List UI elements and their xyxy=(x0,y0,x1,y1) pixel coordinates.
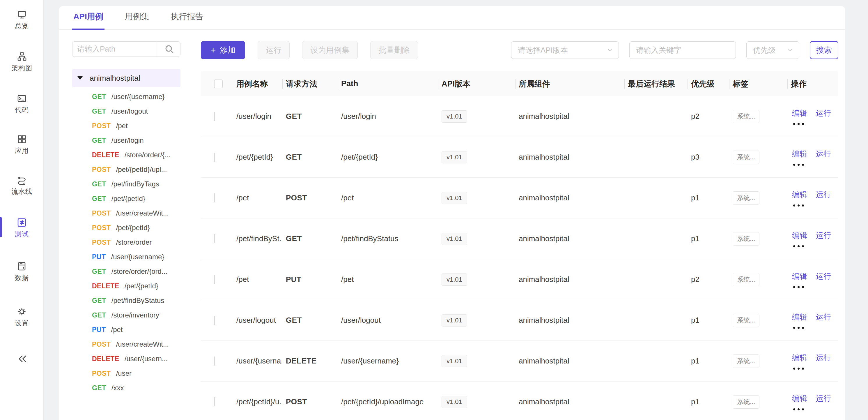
chevron-down-icon xyxy=(788,49,793,52)
run-button[interactable]: 运行 xyxy=(258,41,290,59)
sidebar-item-settings[interactable]: 设置 xyxy=(0,306,44,328)
tab-case-suites[interactable]: 用例集 xyxy=(124,11,151,30)
keyword-input[interactable] xyxy=(629,41,736,59)
api-endpoint-item[interactable]: GET /pet/findByStatus xyxy=(72,293,181,308)
http-method-badge: GET xyxy=(92,137,106,145)
edit-link[interactable]: 编辑 xyxy=(792,230,807,241)
action-links: 编辑 运行 xyxy=(792,312,838,322)
priority-cell: p1 xyxy=(687,357,729,365)
sidebar-label: 代码 xyxy=(15,106,29,115)
run-link[interactable]: 运行 xyxy=(816,353,831,363)
priority-select[interactable]: 优先级 xyxy=(746,41,799,59)
api-endpoint-item[interactable]: GET /pet/{petId} xyxy=(72,191,181,206)
edit-link[interactable]: 编辑 xyxy=(792,271,807,281)
row-checkbox[interactable] xyxy=(214,357,215,365)
path-search-input[interactable] xyxy=(72,42,158,57)
more-actions-icon[interactable] xyxy=(793,164,838,166)
select-all-checkbox[interactable] xyxy=(214,80,223,88)
sidebar-item-test[interactable]: 测试 xyxy=(0,217,44,239)
set-as-suite-button[interactable]: 设为用例集 xyxy=(302,41,358,59)
run-link[interactable]: 运行 xyxy=(816,393,831,404)
api-endpoint-item[interactable]: PUT /user/{username} xyxy=(72,250,181,264)
api-endpoint-item[interactable]: POST /user/createWit... xyxy=(72,337,181,352)
edit-link[interactable]: 编辑 xyxy=(792,393,807,404)
more-actions-icon[interactable] xyxy=(793,408,838,410)
tag-cell: 系统... xyxy=(729,314,787,327)
plus-icon: + xyxy=(211,46,216,55)
sidebar-collapse-button[interactable] xyxy=(0,353,44,365)
more-actions-icon[interactable] xyxy=(793,327,838,329)
api-endpoint-item[interactable]: DELETE /pet/{petId} xyxy=(72,279,181,293)
sidebar-item-architecture[interactable]: 架构图 xyxy=(0,51,44,72)
caret-down-icon xyxy=(78,76,83,80)
system-tag[interactable]: 系统... xyxy=(733,314,760,327)
system-tag[interactable]: 系统... xyxy=(733,151,760,164)
system-tag[interactable]: 系统... xyxy=(733,191,760,205)
row-checkbox[interactable] xyxy=(214,397,215,406)
method-cell: POST xyxy=(282,193,338,203)
edit-link[interactable]: 编辑 xyxy=(792,353,807,363)
sidebar-item-apps[interactable]: 应用 xyxy=(0,134,44,155)
edit-link[interactable]: 编辑 xyxy=(792,312,807,322)
sidebar-item-pipeline[interactable]: 流水线 xyxy=(0,175,44,196)
endpoint-path: /user/logout xyxy=(112,107,148,115)
endpoint-path: /user/login xyxy=(112,136,144,145)
api-endpoint-item[interactable]: POST /pet xyxy=(72,119,181,133)
sidebar-item-data[interactable]: 数据 xyxy=(0,261,44,282)
row-checkbox[interactable] xyxy=(214,193,215,203)
search-button[interactable]: 搜索 xyxy=(810,41,838,59)
api-version-select[interactable]: 请选择API版本 xyxy=(511,41,619,59)
api-endpoint-item[interactable]: GET /user/{username} xyxy=(72,89,181,104)
row-checkbox[interactable] xyxy=(214,234,215,243)
run-link[interactable]: 运行 xyxy=(816,108,831,118)
api-endpoint-item[interactable]: DELETE /store/order/{... xyxy=(72,148,181,162)
row-checkbox-cell xyxy=(201,275,233,284)
run-link[interactable]: 运行 xyxy=(816,312,831,322)
api-endpoint-item[interactable]: GET /pet/findByTags xyxy=(72,177,181,191)
add-case-button[interactable]: + 添加 xyxy=(201,41,245,59)
system-tag[interactable]: 系统... xyxy=(733,395,760,409)
run-link[interactable]: 运行 xyxy=(816,149,831,159)
run-link[interactable]: 运行 xyxy=(816,230,831,241)
sidebar-item-overview[interactable]: 总览 xyxy=(0,9,44,31)
endpoint-path: /user/{username} xyxy=(111,253,164,261)
api-endpoint-item[interactable]: DELETE /user/{usern... xyxy=(72,352,181,366)
api-endpoint-item[interactable]: GET /user/login xyxy=(72,133,181,148)
system-tag[interactable]: 系统... xyxy=(733,110,760,123)
more-actions-icon[interactable] xyxy=(793,286,838,288)
system-tag[interactable]: 系统... xyxy=(733,232,760,245)
api-endpoint-item[interactable]: POST /pet/{petId}/upl... xyxy=(72,162,181,177)
row-checkbox[interactable] xyxy=(214,316,215,325)
run-link[interactable]: 运行 xyxy=(816,190,831,200)
tree-search-button[interactable] xyxy=(158,42,180,57)
edit-link[interactable]: 编辑 xyxy=(792,108,807,118)
tab-api-cases[interactable]: API用例 xyxy=(72,11,104,30)
edit-link[interactable]: 编辑 xyxy=(792,149,807,159)
api-endpoint-item[interactable]: GET /user/logout xyxy=(72,104,181,119)
more-actions-icon[interactable] xyxy=(793,245,838,247)
api-endpoint-item[interactable]: POST /user xyxy=(72,366,181,381)
row-checkbox[interactable] xyxy=(214,112,215,121)
endpoint-path: /pet/findByTags xyxy=(112,180,159,188)
batch-delete-button[interactable]: 批量删除 xyxy=(370,41,418,59)
api-endpoint-item[interactable]: POST /store/order xyxy=(72,235,181,250)
api-endpoint-item[interactable]: GET /xxx xyxy=(72,381,181,395)
actions-cell: 编辑 运行 xyxy=(787,149,838,166)
more-actions-icon[interactable] xyxy=(793,205,838,207)
run-link[interactable]: 运行 xyxy=(816,271,831,281)
api-endpoint-item[interactable]: GET /store/inventory xyxy=(72,308,181,323)
api-endpoint-item[interactable]: POST /pet/{petId} xyxy=(72,220,181,235)
api-endpoint-item[interactable]: PUT /pet xyxy=(72,323,181,337)
row-checkbox[interactable] xyxy=(214,153,215,162)
system-tag[interactable]: 系统... xyxy=(733,273,760,286)
more-actions-icon[interactable] xyxy=(793,367,838,370)
sidebar-item-code[interactable]: 代码 xyxy=(0,93,44,115)
api-endpoint-item[interactable]: POST /user/createWit... xyxy=(72,206,181,220)
tree-root-node[interactable]: animalhostpital xyxy=(72,69,181,87)
more-actions-icon[interactable] xyxy=(793,123,838,125)
row-checkbox[interactable] xyxy=(214,275,215,284)
api-endpoint-item[interactable]: GET /store/order/{ord... xyxy=(72,264,181,279)
system-tag[interactable]: 系统... xyxy=(733,355,760,368)
tab-run-reports[interactable]: 执行报告 xyxy=(170,11,205,30)
edit-link[interactable]: 编辑 xyxy=(792,190,807,200)
